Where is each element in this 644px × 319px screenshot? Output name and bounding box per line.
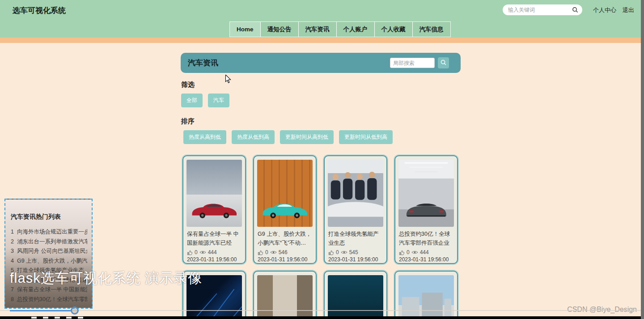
video-watermark: flask选车可视化系统 演示录像	[10, 269, 202, 288]
sort-chips: 热度从高到低 热度从低到高 更新时间从高到低 更新时间从低到高	[183, 130, 393, 144]
card-image-alley-car	[257, 275, 313, 319]
views-icon	[341, 250, 347, 255]
card-title: 总投资约30亿！全球汽车零部件百强企业济…	[395, 230, 457, 247]
rank: 3	[11, 247, 14, 256]
sort-heat-desc-button[interactable]: 热度从高到低	[183, 130, 226, 144]
hot-item-text: 浦东出台一系列举措激发汽车消…	[17, 237, 87, 247]
list-item[interactable]: 1向海外市场合规迈出重要一步，…	[11, 227, 87, 237]
nav-item-favorites[interactable]: 个人收藏	[375, 22, 413, 37]
hot-list-panel: 汽车资讯热门列表 1向海外市场合规迈出重要一步，… 2浦东出台一系列举措激发汽车…	[4, 199, 93, 309]
nav-item-car-news[interactable]: 汽车资讯	[299, 22, 337, 37]
card-image-teal-car	[257, 160, 313, 227]
section-banner: 汽车资讯	[181, 53, 461, 73]
news-card[interactable]: 总投资约30亿！全球汽车零部件百强企业济… 0 444 2023-01-31 1…	[394, 155, 458, 264]
scrollbar[interactable]	[641, 0, 644, 319]
buildings-illustration	[398, 275, 454, 319]
card-title: 打造全球领先氢能产业生态	[325, 230, 386, 247]
local-search-button[interactable]	[438, 57, 449, 68]
nav-item-account[interactable]: 个人账户	[337, 22, 375, 37]
page: 选车可视化系统 个人中心 退出 Home 通知公告 汽车资讯 个人账户 个人收藏…	[0, 0, 644, 319]
thumbs-up-icon	[399, 250, 405, 255]
views-icon	[270, 250, 277, 255]
list-item[interactable]: 8总投资约30亿！全球汽车零部件…	[11, 295, 87, 305]
news-card[interactable]	[394, 271, 458, 319]
accent-band	[0, 38, 644, 43]
hot-item-text: 风雨同舟 公司向巴基斯坦民众捐赠…	[17, 247, 87, 256]
news-card[interactable]: 打造全球领先氢能产业生态 0 545 2023-01-31 19:56:00	[324, 155, 387, 264]
card-stats: 0 444	[395, 247, 457, 255]
sort-time-desc-button[interactable]: 更新时间从高到低	[280, 130, 334, 144]
global-search[interactable]	[503, 4, 582, 15]
video-seek-progress	[10, 310, 71, 311]
csdn-credit: CSDN @Biye_Design	[567, 306, 637, 314]
local-search-input[interactable]	[393, 58, 432, 68]
views-icon	[199, 250, 206, 255]
card-image-factory-campus	[398, 275, 454, 319]
list-item[interactable]: 3风雨同舟 公司向巴基斯坦民众捐赠…	[11, 247, 87, 256]
thumbs-up-icon	[328, 250, 334, 255]
search-icon	[440, 59, 447, 67]
rank: 2	[11, 237, 14, 247]
news-card[interactable]: 保有量占全球一半 中国新能源汽车已经“弯… 0 444 2023-01-31 1…	[182, 155, 246, 264]
news-card[interactable]	[324, 271, 387, 319]
logout-link[interactable]: 退出	[623, 6, 634, 14]
clipped-caption-fragments	[31, 317, 89, 319]
nav-item-car-info[interactable]: 汽车信息	[413, 22, 450, 37]
list-item[interactable]: 2浦东出台一系列举措激发汽车消…	[11, 237, 87, 247]
filter-car-button[interactable]: 汽车	[208, 94, 229, 107]
card-image-underwater-car	[328, 275, 383, 319]
filter-heading: 筛选	[181, 81, 195, 89]
video-letterbox	[0, 316, 644, 319]
views-icon	[411, 250, 418, 255]
card-image-event-crowd	[328, 160, 383, 227]
card-date: 2023-01-31 19:56:00	[325, 255, 386, 264]
news-card[interactable]	[253, 271, 317, 319]
filter-all-button[interactable]: 全部	[181, 94, 203, 107]
crowd-illustration	[328, 169, 383, 217]
card-stats: 0 545	[325, 247, 386, 255]
section-title: 汽车资讯	[188, 58, 218, 68]
card-title: G9 上市、股价大跌，小鹏汽车“飞”不动…	[254, 230, 316, 247]
thumbs-up-icon	[258, 250, 263, 255]
rank: 4	[11, 256, 14, 266]
sort-heat-asc-button[interactable]: 热度从低到高	[232, 130, 275, 144]
video-seek-knob[interactable]	[71, 306, 79, 315]
local-search[interactable]	[390, 58, 435, 68]
likes-count: 0	[265, 249, 268, 255]
ceiling-lights	[398, 160, 454, 177]
hot-list-title: 汽车资讯热门列表	[11, 213, 87, 221]
video-seek-track[interactable]	[0, 310, 644, 311]
likes-count: 0	[336, 249, 339, 255]
card-title: 保有量占全球一半 中国新能源汽车已经“弯…	[183, 230, 245, 247]
card-date: 2023-01-31 19:56:00	[183, 255, 245, 264]
views-count: 545	[349, 249, 358, 255]
car-illustration	[191, 200, 238, 219]
hot-item-text: G9 上市、股价大跌，小鹏汽车…	[17, 256, 87, 266]
header-links: 个人中心 退出	[593, 6, 634, 14]
mouse-cursor-icon	[225, 75, 231, 85]
car-illustration	[402, 200, 450, 219]
main-nav: Home 通知公告 汽车资讯 个人账户 个人收藏 汽车信息	[229, 21, 451, 37]
card-date: 2023-01-31 19:56:00	[395, 255, 457, 264]
thumbs-up-icon	[187, 250, 193, 255]
hot-item-text: 向海外市场合规迈出重要一步，…	[17, 227, 87, 237]
card-stats: 0 546	[254, 247, 316, 255]
rank: 8	[11, 295, 14, 305]
news-card[interactable]: G9 上市、股价大跌，小鹏汽车“飞”不动… 0 546 2023-01-31 1…	[253, 155, 317, 264]
app-title: 选车可视化系统	[13, 5, 66, 16]
user-center-link[interactable]: 个人中心	[593, 6, 616, 14]
card-image-red-car	[186, 160, 242, 227]
nav-item-home[interactable]: Home	[230, 22, 261, 37]
filter-chips: 全部 汽车	[181, 94, 229, 107]
card-date: 2023-01-31 19:56:00	[254, 255, 316, 264]
list-item[interactable]: 4G9 上市、股价大跌，小鹏汽车…	[11, 256, 87, 266]
nav-item-notices[interactable]: 通知公告	[261, 22, 299, 37]
search-icon[interactable]	[572, 6, 579, 15]
likes-count: 0	[195, 249, 198, 255]
rank: 1	[11, 227, 14, 237]
sort-time-asc-button[interactable]: 更新时间从低到高	[339, 130, 393, 144]
views-count: 546	[279, 249, 288, 255]
global-search-input[interactable]	[508, 7, 570, 13]
views-count: 444	[420, 249, 429, 255]
views-count: 444	[208, 249, 217, 255]
